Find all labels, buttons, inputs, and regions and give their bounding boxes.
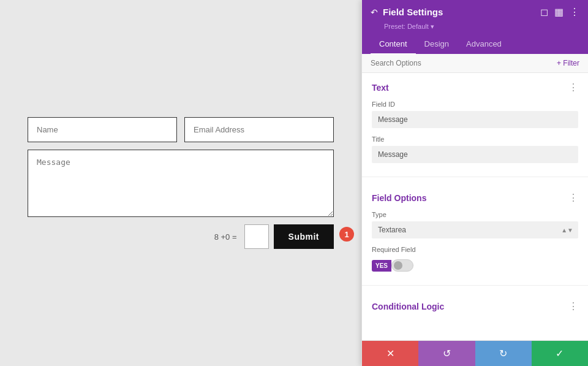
panel-header-top: ↶ Field Settings ◻ ▦ ⋮ xyxy=(371,6,579,21)
more-icon[interactable]: ⋮ xyxy=(570,6,579,18)
toggle-yes-label: YES xyxy=(372,260,391,272)
tab-advanced[interactable]: Advanced xyxy=(458,34,510,55)
name-input[interactable] xyxy=(28,117,177,142)
email-input[interactable] xyxy=(184,117,334,142)
panel-tabs: Content Design Advanced xyxy=(362,34,588,54)
toggle-row: YES xyxy=(372,259,578,272)
message-textarea[interactable] xyxy=(28,150,334,217)
layout-icon[interactable]: ▦ xyxy=(554,6,564,18)
submit-button[interactable]: Submit xyxy=(274,224,334,249)
panel-preset[interactable]: Preset: Default ▾ xyxy=(371,21,579,34)
reset-button[interactable]: ↺ xyxy=(418,341,475,366)
desktop-icon[interactable]: ◻ xyxy=(540,6,548,18)
field-options-title: Field Options xyxy=(372,193,426,203)
panel-header-icons: ◻ ▦ ⋮ xyxy=(540,6,579,18)
text-section-header: Text ⋮ xyxy=(372,82,578,93)
form-container: 8 +0 = Submit xyxy=(28,117,334,249)
panel-footer-actions: ✕ ↺ ↻ ✓ xyxy=(362,340,588,366)
form-row-top xyxy=(28,117,334,142)
panel-content: Text ⋮ Field ID Message Title Message Fi… xyxy=(362,73,588,340)
field-id-value: Message xyxy=(372,111,578,128)
form-bottom-row: 8 +0 = Submit xyxy=(28,224,334,249)
required-group: Required Field YES xyxy=(372,246,578,272)
search-options-input[interactable] xyxy=(371,59,557,67)
title-label: Title xyxy=(372,135,578,143)
toggle-thumb xyxy=(394,261,402,270)
filter-button[interactable]: + Filter xyxy=(557,59,579,67)
back-icon[interactable]: ↶ xyxy=(371,7,378,17)
required-label: Required Field xyxy=(372,246,578,253)
text-section: Text ⋮ Field ID Message Title Message xyxy=(362,73,588,174)
type-select-wrapper: Textarea Text Email Number ▲▼ xyxy=(372,221,578,238)
divider-2 xyxy=(362,285,588,286)
search-bar: + Filter xyxy=(362,54,588,73)
field-options-header: Field Options ⋮ xyxy=(372,192,578,204)
panel-title-group: ↶ Field Settings xyxy=(371,7,443,17)
text-section-title: Text xyxy=(372,83,389,93)
cancel-button[interactable]: ✕ xyxy=(362,341,418,366)
type-group: Type Textarea Text Email Number ▲▼ xyxy=(372,211,578,238)
captcha-text: 8 +0 = xyxy=(214,232,237,242)
conditional-logic-dots[interactable]: ⋮ xyxy=(568,300,578,312)
field-options-dots[interactable]: ⋮ xyxy=(568,192,578,204)
panel-title: Field Settings xyxy=(383,7,443,17)
field-id-group: Field ID Message xyxy=(372,101,578,128)
title-group: Title Message xyxy=(372,135,578,163)
conditional-logic-section: Conditional Logic ⋮ xyxy=(362,292,588,323)
type-label: Type xyxy=(372,211,578,218)
conditional-logic-title: Conditional Logic xyxy=(372,302,444,311)
conditional-logic-header: Conditional Logic ⋮ xyxy=(372,300,578,312)
panel-header: ↶ Field Settings ◻ ▦ ⋮ Preset: Default ▾ xyxy=(362,0,588,34)
required-toggle[interactable] xyxy=(391,259,413,272)
text-section-dots[interactable]: ⋮ xyxy=(568,82,578,93)
captcha-box[interactable] xyxy=(244,224,269,249)
field-id-label: Field ID xyxy=(372,101,578,108)
canvas-area: 8 +0 = Submit xyxy=(0,0,361,366)
save-button[interactable]: ✓ xyxy=(532,341,588,366)
badge-1: 1 xyxy=(339,227,354,242)
divider-1 xyxy=(362,177,588,177)
field-options-section: Field Options ⋮ Type Textarea Text Email… xyxy=(362,183,588,283)
type-select[interactable]: Textarea Text Email Number xyxy=(372,221,578,238)
tab-design[interactable]: Design xyxy=(416,34,458,55)
settings-panel: ↶ Field Settings ◻ ▦ ⋮ Preset: Default ▾… xyxy=(361,0,588,366)
redo-button[interactable]: ↻ xyxy=(475,341,532,366)
title-value: Message xyxy=(372,146,578,163)
tab-content[interactable]: Content xyxy=(371,34,416,55)
